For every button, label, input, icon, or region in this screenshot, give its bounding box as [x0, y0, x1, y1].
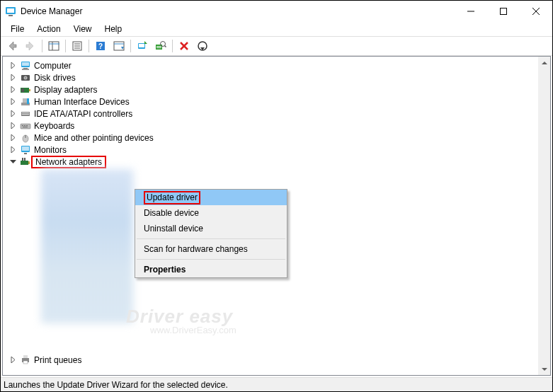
svg-rect-31 — [22, 69, 29, 70]
status-bar: Launches the Update Driver Wizard for th… — [1, 377, 552, 391]
expand-icon[interactable] — [7, 120, 18, 132]
forward-button[interactable] — [22, 38, 39, 54]
disk-drive-icon — [20, 72, 31, 83]
window-from-here-button[interactable] — [110, 38, 127, 54]
menu-view[interactable]: View — [68, 23, 98, 35]
mouse-icon — [20, 132, 31, 144]
expand-icon[interactable] — [7, 144, 18, 156]
tree-item-ide[interactable]: IDE ATA/ATAPI controllers — [3, 108, 550, 120]
uninstall-icon[interactable] — [176, 38, 193, 54]
tree-item-computer[interactable]: Computer — [3, 59, 550, 71]
svg-rect-43 — [22, 114, 29, 115]
svg-rect-54 — [21, 161, 28, 165]
window-title: Device Manager — [21, 6, 82, 16]
svg-rect-29 — [22, 62, 29, 66]
menu-action[interactable]: Action — [31, 23, 66, 35]
context-menu-properties[interactable]: Properties — [135, 262, 287, 277]
svg-rect-36 — [21, 88, 24, 92]
svg-rect-22 — [156, 47, 161, 48]
menu-item-label: Scan for hardware changes — [144, 244, 248, 254]
expand-icon[interactable] — [7, 132, 18, 144]
svg-rect-57 — [24, 158, 25, 161]
tree-item-monitors[interactable]: Monitors — [3, 144, 550, 156]
tree-item-disk-drives[interactable]: Disk drives — [3, 71, 550, 83]
menu-item-label: Properties — [144, 265, 186, 275]
maximize-button[interactable] — [487, 1, 520, 22]
menu-item-label: Disable device — [144, 208, 199, 218]
svg-line-24 — [165, 46, 166, 47]
update-driver-icon[interactable] — [134, 38, 151, 54]
svg-rect-52 — [22, 146, 29, 151]
network-adapter-icon — [20, 156, 31, 168]
svg-point-23 — [161, 42, 166, 47]
expand-icon[interactable] — [7, 72, 18, 83]
tree-label: Mice and other pointing devices — [33, 133, 155, 143]
svg-rect-53 — [24, 153, 27, 154]
tree-item-display-adapters[interactable]: Display adapters — [3, 83, 550, 96]
minimize-button[interactable] — [455, 1, 487, 22]
context-menu-disable-device[interactable]: Disable device — [135, 205, 287, 221]
keyboard-icon — [20, 120, 31, 132]
tree-label: IDE ATA/ATAPI controllers — [33, 109, 134, 119]
scroll-up-button[interactable] — [538, 57, 550, 69]
printer-icon — [20, 354, 31, 365]
tree-label: Computer — [33, 61, 73, 71]
context-menu-uninstall-device[interactable]: Uninstall device — [135, 221, 287, 236]
tree-item-keyboards[interactable]: Keyboards — [3, 120, 550, 132]
monitor-icon — [20, 144, 31, 156]
window-controls — [455, 1, 552, 22]
svg-rect-47 — [26, 125, 28, 126]
show-hide-tree-button[interactable] — [45, 38, 62, 54]
expand-icon[interactable] — [7, 96, 18, 108]
tree-label: Network adapters — [31, 156, 106, 168]
svg-text:?: ? — [98, 42, 103, 50]
toolbar: ? — [1, 36, 552, 56]
status-text: Launches the Update Driver Wizard for th… — [4, 380, 228, 390]
context-menu-scan-hardware[interactable]: Scan for hardware changes — [135, 241, 287, 257]
back-button[interactable] — [4, 38, 21, 54]
scrollbar-track[interactable] — [538, 69, 550, 363]
blurred-child-items — [41, 169, 133, 323]
tree-label: Display adapters — [33, 85, 98, 95]
svg-rect-2 — [8, 15, 13, 16]
tree-item-hid[interactable]: Human Interface Devices — [3, 96, 550, 108]
menu-bar: File Action View Help — [1, 22, 552, 36]
expand-icon[interactable] — [7, 108, 18, 120]
svg-rect-45 — [22, 125, 23, 126]
computer-icon — [20, 60, 31, 71]
vertical-scrollbar[interactable] — [538, 57, 550, 375]
tree-item-network-adapters[interactable]: Network adapters — [3, 156, 550, 168]
svg-rect-7 — [49, 42, 59, 50]
svg-rect-59 — [23, 355, 28, 358]
expand-icon[interactable] — [7, 354, 18, 365]
svg-point-34 — [25, 77, 26, 79]
tree-label: Human Interface Devices — [33, 97, 131, 107]
svg-rect-21 — [156, 46, 161, 47]
context-menu: Update driver Disable device Uninstall d… — [135, 189, 287, 278]
context-menu-update-driver[interactable]: Update driver — [135, 190, 287, 205]
svg-rect-48 — [23, 127, 28, 127]
svg-rect-55 — [28, 161, 30, 164]
menu-separator — [137, 259, 285, 260]
expand-icon[interactable] — [7, 84, 18, 96]
scroll-down-button[interactable] — [538, 363, 550, 375]
svg-rect-44 — [21, 124, 30, 129]
disable-icon[interactable] — [194, 38, 211, 54]
app-icon — [5, 6, 16, 17]
tree-label: Monitors — [33, 145, 68, 155]
svg-rect-19 — [139, 44, 144, 47]
tree-item-print-queues[interactable]: Print queues — [3, 353, 550, 365]
menu-file[interactable]: File — [5, 23, 30, 35]
tree-item-mice[interactable]: Mice and other pointing devices — [3, 132, 550, 144]
expand-icon[interactable] — [7, 60, 18, 71]
collapse-icon[interactable] — [7, 156, 18, 168]
svg-rect-4 — [501, 8, 507, 15]
menu-help[interactable]: Help — [99, 23, 128, 35]
help-button[interactable]: ? — [92, 38, 109, 54]
close-button[interactable] — [520, 1, 552, 22]
scan-hardware-icon[interactable] — [152, 38, 169, 54]
svg-rect-56 — [22, 158, 23, 161]
svg-rect-37 — [29, 89, 30, 91]
svg-rect-40 — [27, 98, 29, 104]
properties-button[interactable] — [69, 38, 86, 54]
